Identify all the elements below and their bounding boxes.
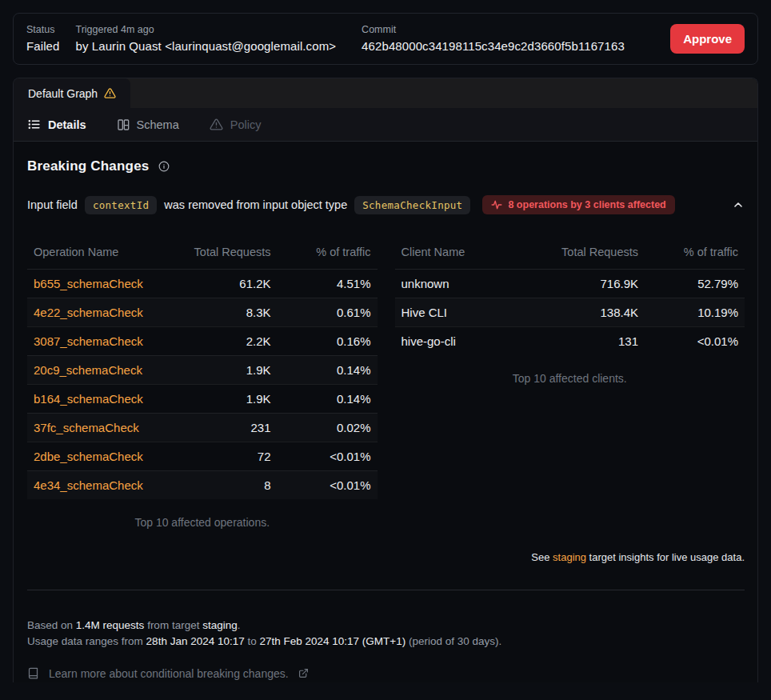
staging-target-link[interactable]: staging	[553, 551, 586, 563]
cell-requests: 8	[158, 471, 278, 499]
col-total-requests: Total Requests	[509, 238, 645, 269]
requests-count: 1.4M requests	[76, 619, 145, 631]
operations-table: Operation Name Total Requests % of traff…	[27, 238, 378, 529]
table-row: Hive CLI 138.4K 10.19%	[395, 298, 745, 326]
table-row: 2dbe_schemaCheck 72 <0.01%	[27, 442, 378, 470]
approve-button[interactable]: Approve	[670, 24, 745, 54]
details-content: Breaking Changes Input field contextId w…	[14, 142, 757, 680]
cell-traffic: <0.01%	[278, 442, 378, 470]
list-icon	[27, 118, 41, 131]
cell-traffic: 0.14%	[278, 356, 378, 384]
page: Status Failed Triggered 4m ago by Laurin…	[0, 0, 771, 695]
tab-policy-label: Policy	[230, 118, 262, 131]
operation-link[interactable]: b164_schemaCheck	[34, 392, 143, 406]
section-tabs: Details Schema	[14, 108, 757, 142]
policy-warning-icon	[210, 118, 223, 131]
tab-details-label: Details	[48, 118, 86, 131]
operation-link[interactable]: 4e34_schemaCheck	[34, 478, 143, 492]
status-value: Failed	[26, 39, 59, 53]
range-from: 28th Jan 2024 10:17	[146, 635, 245, 647]
triggered-group: Triggered 4m ago by Laurin Quast <laurin…	[75, 24, 336, 53]
operation-link[interactable]: b655_schemaCheck	[34, 277, 143, 290]
info-icon[interactable]	[158, 161, 170, 172]
graph-tab-label: Default Graph	[28, 87, 98, 100]
operation-link[interactable]: 37fc_schemaCheck	[34, 421, 139, 434]
breaking-changes-header: Breaking Changes	[27, 158, 745, 174]
clients-table-header: Client Name Total Requests % of traffic	[395, 238, 745, 270]
col-operation-name: Operation Name	[27, 238, 158, 269]
table-row: 3087_schemaCheck 2.2K 0.16%	[27, 326, 378, 355]
table-row: 20c9_schemaCheck 1.9K 0.14%	[27, 355, 378, 384]
cell-traffic: 10.19%	[645, 298, 745, 326]
graph-tabstrip: Default Graph	[14, 78, 757, 108]
cell-requests: 61.2K	[158, 270, 278, 298]
cell-requests: 716.9K	[509, 270, 645, 298]
tab-default-graph[interactable]: Default Graph	[14, 78, 130, 108]
note-suffix: target insights for live usage data.	[589, 551, 745, 563]
cell-traffic: 4.51%	[278, 270, 378, 298]
insights-note: See staging target insights for live usa…	[27, 551, 745, 563]
cell-requests: 2.2K	[158, 327, 278, 355]
change-sentence-middle: was removed from input object type	[164, 198, 347, 211]
learn-more-label: Learn more about conditional breaking ch…	[49, 667, 289, 680]
affected-operations-badge: 8 operations by 3 clients affected	[482, 195, 674, 214]
tab-details[interactable]: Details	[27, 118, 86, 131]
table-row: b655_schemaCheck 61.2K 4.51%	[27, 270, 378, 298]
tab-schema[interactable]: Schema	[117, 118, 179, 131]
operation-link[interactable]: 4e22_schemaCheck	[34, 306, 143, 319]
target-name: staging	[202, 619, 238, 631]
usage-tables: Operation Name Total Requests % of traff…	[27, 238, 745, 529]
range-to: 27th Feb 2024 10:17 (GMT+1)	[260, 635, 406, 647]
col-traffic: % of traffic	[645, 238, 745, 269]
operations-table-header: Operation Name Total Requests % of traff…	[27, 238, 378, 270]
cell-traffic: <0.01%	[645, 327, 745, 355]
table-row: 4e34_schemaCheck 8 <0.01%	[27, 470, 378, 499]
clients-table-body: unknown 716.9K 52.79% Hive CLI 138.4K 10…	[395, 270, 745, 355]
affected-badge-label: 8 operations by 3 clients affected	[508, 199, 665, 210]
cell-requests: 8.3K	[158, 298, 278, 326]
cell-traffic: 0.14%	[278, 385, 378, 413]
based-on-line: Based on 1.4M requests from target stagi…	[27, 618, 745, 634]
table-row: 37fc_schemaCheck 231 0.02%	[27, 413, 378, 442]
cell-requests: 131	[509, 327, 645, 355]
section-divider	[27, 590, 745, 590]
cell-traffic: 0.16%	[278, 327, 378, 355]
operation-link[interactable]: 2dbe_schemaCheck	[34, 450, 143, 463]
operation-link[interactable]: 3087_schemaCheck	[34, 334, 143, 348]
tab-policy[interactable]: Policy	[210, 118, 262, 131]
check-panel: Default Graph Details	[13, 78, 758, 682]
cell-traffic: <0.01%	[278, 471, 378, 499]
table-row: unknown 716.9K 52.79%	[395, 270, 745, 298]
cell-traffic: 52.79%	[645, 270, 745, 298]
cell-requests: 1.9K	[158, 385, 278, 413]
cell-requests: 231	[158, 414, 278, 442]
breaking-change-row[interactable]: Input field contextId was removed from i…	[27, 195, 745, 214]
check-header-card: Status Failed Triggered 4m ago by Laurin…	[13, 13, 758, 65]
book-icon	[27, 666, 39, 680]
type-code-badge: SchemaCheckInput	[354, 196, 470, 214]
cell-requests: 138.4K	[509, 298, 645, 326]
status-label: Status	[26, 24, 59, 35]
table-row: b164_schemaCheck 1.9K 0.14%	[27, 384, 378, 413]
field-code-badge: contextId	[85, 196, 157, 214]
cell-traffic: 0.02%	[278, 414, 378, 442]
col-client-name: Client Name	[395, 238, 509, 269]
usage-summary: Based on 1.4M requests from target stagi…	[27, 618, 745, 650]
col-total-requests: Total Requests	[158, 238, 278, 269]
triggered-label: Triggered 4m ago	[75, 24, 336, 35]
operation-link[interactable]: 20c9_schemaCheck	[34, 363, 142, 377]
commit-group: Commit 462b48000c34198115c34e9c2d3660f5b…	[362, 24, 625, 53]
cell-requests: 72	[158, 442, 278, 470]
tab-schema-label: Schema	[137, 118, 179, 131]
table-row: 4e22_schemaCheck 8.3K 0.61%	[27, 298, 378, 326]
cell-traffic: 0.61%	[278, 298, 378, 326]
col-traffic: % of traffic	[278, 238, 378, 269]
operations-caption: Top 10 affected operations.	[27, 499, 378, 529]
cell-client-name: hive-go-cli	[395, 327, 509, 355]
clients-table: Client Name Total Requests % of traffic …	[395, 238, 745, 529]
external-link-icon	[298, 668, 309, 678]
note-prefix: See	[531, 551, 549, 563]
chevron-up-icon[interactable]	[732, 198, 745, 211]
learn-more-link[interactable]: Learn more about conditional breaking ch…	[27, 666, 745, 680]
commit-label: Commit	[362, 24, 625, 35]
